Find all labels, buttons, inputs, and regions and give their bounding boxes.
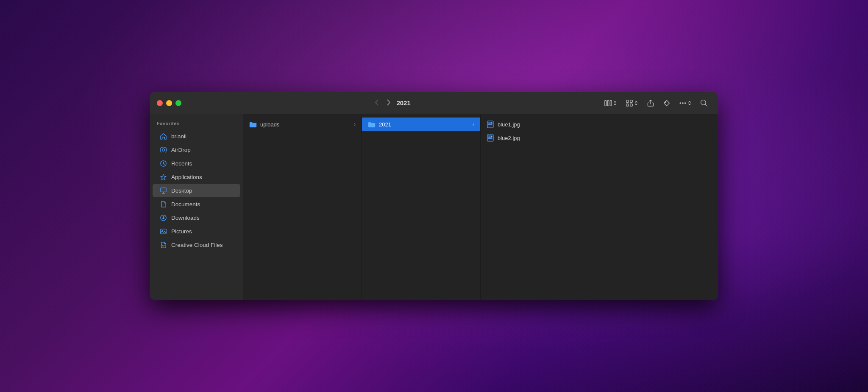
folder-icon <box>249 120 257 128</box>
sidebar: Favorites brianli <box>150 114 243 300</box>
traffic-lights <box>157 100 181 106</box>
more-button[interactable] <box>676 97 695 109</box>
svg-rect-2 <box>610 100 612 106</box>
svg-rect-4 <box>630 100 632 102</box>
svg-rect-16 <box>160 229 166 233</box>
title-bar: 2021 <box>150 92 718 114</box>
file-item-name-blue1: blue1.jpg <box>498 121 712 128</box>
svg-point-12 <box>162 148 164 151</box>
sidebar-section-favorites: Favorites <box>150 119 243 129</box>
file-item-blue2[interactable]: blue2.jpg <box>481 131 718 145</box>
sidebar-item-creative-cloud[interactable]: Creative Cloud Files <box>153 238 240 252</box>
view-columns-button[interactable] <box>601 97 620 109</box>
image-file-icon <box>487 120 494 128</box>
finder-window: 2021 <box>150 92 718 300</box>
minimize-button[interactable] <box>166 100 172 106</box>
file-columns: uploads › 2021 › <box>243 114 718 300</box>
sidebar-item-recents[interactable]: Recents <box>153 157 240 170</box>
sidebar-item-downloads[interactable]: Downloads <box>153 211 240 224</box>
maximize-button[interactable] <box>175 100 181 106</box>
sidebar-item-label-creative-cloud: Creative Cloud Files <box>171 242 223 248</box>
search-button[interactable] <box>697 97 711 109</box>
home-icon <box>159 132 167 140</box>
view-grid-button[interactable] <box>622 97 642 109</box>
sidebar-item-pictures[interactable]: Pictures <box>153 224 240 238</box>
svg-rect-1 <box>607 100 609 106</box>
file-item-2021[interactable]: 2021 › <box>362 118 480 131</box>
sidebar-item-label-applications: Applications <box>171 174 202 180</box>
chevron-right-icon-2: › <box>473 121 474 127</box>
svg-point-10 <box>685 102 686 103</box>
creative-cloud-icon <box>159 241 167 249</box>
svg-rect-5 <box>626 104 629 106</box>
sidebar-item-desktop[interactable]: Desktop <box>153 184 240 197</box>
folder-icon-selected <box>368 120 376 128</box>
file-column-1: uploads › <box>243 114 362 300</box>
close-button[interactable] <box>157 100 163 106</box>
file-item-name-blue2: blue2.jpg <box>498 135 712 141</box>
title-bar-center: 2021 <box>181 98 601 109</box>
svg-point-9 <box>682 102 683 103</box>
sidebar-item-label-documents: Documents <box>171 201 200 207</box>
main-content: Favorites brianli <box>150 114 718 300</box>
svg-point-8 <box>680 102 681 103</box>
svg-rect-14 <box>160 188 166 191</box>
sidebar-item-label-recents: Recents <box>171 160 192 167</box>
sidebar-item-airdrop[interactable]: AirDrop <box>153 143 240 157</box>
svg-point-23 <box>491 136 492 137</box>
sidebar-item-label-airdrop: AirDrop <box>171 147 191 153</box>
sidebar-item-brianli[interactable]: brianli <box>153 129 240 143</box>
tag-button[interactable] <box>659 97 674 109</box>
file-column-2: 2021 › <box>362 114 481 300</box>
airdrop-icon <box>159 146 167 154</box>
sidebar-item-label-downloads: Downloads <box>171 215 200 221</box>
file-column-3: blue1.jpg blue2.jpg <box>481 114 718 300</box>
sidebar-item-label-pictures: Pictures <box>171 228 192 235</box>
share-button[interactable] <box>643 97 658 109</box>
pictures-icon <box>159 227 167 235</box>
window-title: 2021 <box>397 99 411 106</box>
sidebar-item-applications[interactable]: Applications <box>153 170 240 184</box>
file-item-blue1[interactable]: blue1.jpg <box>481 118 718 131</box>
file-item-uploads[interactable]: uploads › <box>243 118 362 131</box>
sidebar-item-documents[interactable]: Documents <box>153 197 240 211</box>
documents-icon <box>159 200 167 208</box>
svg-rect-6 <box>630 104 632 106</box>
downloads-icon <box>159 214 167 221</box>
image-file-icon-2 <box>487 134 494 142</box>
svg-point-20 <box>491 122 492 123</box>
sidebar-item-label-desktop: Desktop <box>171 188 192 194</box>
forward-button[interactable] <box>384 98 393 109</box>
back-button[interactable] <box>372 98 381 109</box>
file-item-name-uploads: uploads <box>260 121 351 128</box>
svg-point-7 <box>665 101 666 102</box>
chevron-right-icon: › <box>354 121 356 127</box>
toolbar-right <box>601 97 711 109</box>
sidebar-item-label-brianli: brianli <box>171 133 186 140</box>
svg-rect-0 <box>605 100 606 106</box>
svg-rect-3 <box>626 100 629 102</box>
applications-icon <box>159 173 167 181</box>
desktop-icon <box>159 187 167 194</box>
file-item-name-2021: 2021 <box>379 121 469 128</box>
recents-icon <box>159 160 167 167</box>
